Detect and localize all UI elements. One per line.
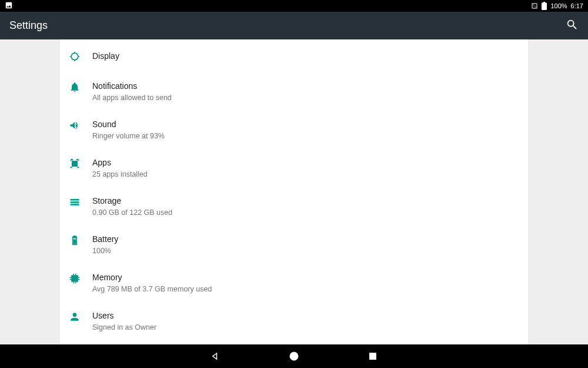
notifications-icon bbox=[69, 80, 92, 93]
recents-button[interactable] bbox=[366, 349, 380, 363]
item-title: Storage bbox=[92, 195, 519, 207]
item-title: Apps bbox=[92, 157, 519, 168]
display-icon bbox=[69, 49, 92, 62]
item-subtitle: 25 apps installed bbox=[92, 169, 519, 180]
item-subtitle: Signed in as Owner bbox=[92, 322, 519, 333]
memory-icon bbox=[69, 271, 92, 284]
item-title: Display bbox=[92, 50, 519, 62]
image-icon bbox=[5, 1, 13, 11]
item-title: Battery bbox=[92, 233, 519, 245]
item-title: Users bbox=[92, 310, 519, 321]
home-button[interactable] bbox=[287, 349, 301, 363]
settings-item-display[interactable]: Display bbox=[59, 39, 529, 72]
svg-rect-4 bbox=[74, 239, 76, 244]
settings-item-battery[interactable]: Battery100% bbox=[59, 226, 529, 264]
sound-icon bbox=[69, 118, 92, 131]
battery-pct: 100% bbox=[550, 2, 567, 9]
svg-point-5 bbox=[290, 352, 298, 360]
battery-icon bbox=[69, 233, 92, 246]
clock: 6:17 bbox=[571, 2, 583, 9]
no-sim-icon bbox=[531, 2, 538, 9]
settings-item-storage[interactable]: Storage0.90 GB of 122 GB used bbox=[59, 187, 529, 226]
navigation-bar bbox=[0, 344, 588, 368]
users-icon bbox=[69, 310, 92, 323]
settings-item-memory[interactable]: MemoryAvg 789 MB of 3.7 GB memory used bbox=[59, 264, 529, 302]
item-title: Notifications bbox=[92, 80, 519, 92]
svg-point-3 bbox=[76, 160, 78, 161]
item-subtitle: 100% bbox=[92, 246, 519, 256]
svg-rect-6 bbox=[370, 353, 376, 360]
battery-icon bbox=[542, 2, 547, 10]
item-title: Memory bbox=[92, 271, 519, 283]
settings-item-apps[interactable]: Apps25 apps installed bbox=[59, 149, 529, 187]
item-subtitle: 0.90 GB of 122 GB used bbox=[92, 207, 519, 218]
content-area: DisplayNotificationsAll apps allowed to … bbox=[0, 39, 588, 344]
status-bar: 100% 6:17 bbox=[0, 0, 588, 12]
settings-item-duraspeed[interactable]: DuraSpeedOFF bbox=[59, 340, 529, 344]
item-subtitle: Avg 789 MB of 3.7 GB memory used bbox=[92, 284, 519, 294]
storage-icon bbox=[69, 195, 92, 208]
page-title: Settings bbox=[9, 19, 48, 32]
settings-item-notifications[interactable]: NotificationsAll apps allowed to send bbox=[59, 72, 529, 111]
settings-list: DisplayNotificationsAll apps allowed to … bbox=[59, 39, 529, 344]
settings-item-users[interactable]: UsersSigned in as Owner bbox=[59, 302, 529, 340]
item-subtitle: Ringer volume at 93% bbox=[92, 131, 519, 141]
svg-point-2 bbox=[72, 160, 74, 161]
app-bar: Settings bbox=[0, 12, 588, 39]
svg-rect-1 bbox=[543, 2, 545, 3]
apps-icon bbox=[69, 157, 92, 170]
item-subtitle: All apps allowed to send bbox=[92, 92, 519, 103]
item-title: Sound bbox=[92, 118, 519, 130]
settings-item-sound[interactable]: SoundRinger volume at 93% bbox=[59, 111, 529, 149]
search-button[interactable] bbox=[566, 18, 579, 34]
svg-rect-0 bbox=[542, 3, 547, 11]
back-button[interactable] bbox=[208, 349, 222, 363]
